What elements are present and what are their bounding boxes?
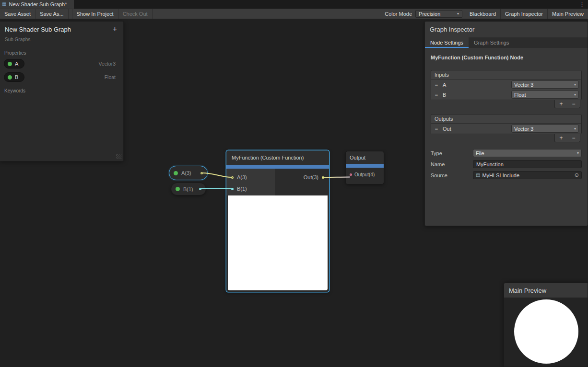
save-as-button[interactable]: Save As... xyxy=(35,9,69,19)
drag-handle-icon[interactable]: = xyxy=(434,92,439,98)
keywords-section-label: Keywords xyxy=(0,84,123,95)
graph-inspector-toggle-button[interactable]: Graph Inspector xyxy=(500,9,547,19)
remove-input-button[interactable]: − xyxy=(567,100,580,108)
add-output-button[interactable]: + xyxy=(555,134,567,142)
property-a-output-port-icon[interactable] xyxy=(200,172,203,174)
input-row-b[interactable]: = B Float ▾ xyxy=(431,90,581,100)
property-b-output-port-icon[interactable] xyxy=(199,188,201,190)
node-title-text: MyFunction (Custom Function) xyxy=(232,155,304,161)
drag-handle-icon[interactable]: = xyxy=(434,126,439,132)
color-mode-value: Precision xyxy=(419,11,440,17)
outputs-list-header: Outputs xyxy=(431,115,581,124)
property-node-label: A(3) xyxy=(181,170,191,176)
caret-down-icon: ▾ xyxy=(574,83,576,87)
window-tab-bar: ▦ New Shader Sub Graph* ⋮ xyxy=(0,0,588,9)
inspector-body: MyFunction (Custom Function) Node Inputs… xyxy=(425,48,588,226)
window-menu-icon[interactable]: ⋮ xyxy=(576,0,588,9)
custom-function-node[interactable]: MyFunction (Custom Function) A(3) B(1) O… xyxy=(226,150,329,292)
name-field[interactable]: MyFunction xyxy=(473,160,582,168)
function-fields: Type File ▾ Name MyFunction Source ▤ xyxy=(431,149,582,179)
output-name: Out xyxy=(443,126,451,132)
output-port-row: Out(3) xyxy=(304,172,329,183)
port-output4-connector-icon[interactable] xyxy=(350,173,352,176)
property-type: Float xyxy=(105,74,116,80)
caret-down-icon: ▾ xyxy=(574,93,576,97)
property-pill-b[interactable]: B xyxy=(4,72,24,82)
input-name: A xyxy=(443,82,446,88)
input-type-dropdown[interactable]: Float ▾ xyxy=(511,91,579,99)
property-row: A Vector3 xyxy=(0,57,123,70)
main-preview-viewport[interactable] xyxy=(504,298,588,367)
property-node-label: B(1) xyxy=(183,186,193,192)
input-type-value: Float xyxy=(514,92,526,98)
color-mode-dropdown[interactable]: Precision ▾ xyxy=(415,10,462,18)
name-value: MyFunction xyxy=(476,161,504,167)
output-type-dropdown[interactable]: Vector 3 ▾ xyxy=(511,125,579,133)
port-out-connector-icon[interactable] xyxy=(322,176,324,179)
input-name: B xyxy=(443,92,446,98)
output-row-out[interactable]: = Out Vector 3 ▾ xyxy=(431,124,581,134)
caret-down-icon: ▾ xyxy=(577,151,579,155)
resize-grip[interactable] xyxy=(116,154,121,159)
output-node[interactable]: Output Output(4) xyxy=(345,151,384,184)
type-dropdown[interactable]: File ▾ xyxy=(473,149,582,157)
node-color-band xyxy=(226,165,329,169)
input-port-row: B(1) xyxy=(226,183,275,195)
graph-inspector-panel: Graph Inspector Node Settings Graph Sett… xyxy=(424,21,588,226)
property-pill-a[interactable]: A xyxy=(4,59,24,69)
property-node-a[interactable]: A(3) xyxy=(169,166,208,180)
node-title: Output xyxy=(346,151,384,164)
output-port-row: Output(4) xyxy=(346,169,384,180)
main-preview-panel: Main Preview xyxy=(504,283,588,367)
inspector-node-heading: MyFunction (Custom Function) Node xyxy=(431,55,582,60)
property-node-b[interactable]: B(1) xyxy=(171,183,206,195)
port-a-connector-icon[interactable] xyxy=(231,176,234,179)
asset-tab[interactable]: ▦ New Shader Sub Graph* xyxy=(0,0,74,9)
main-preview-toggle-button[interactable]: Main Preview xyxy=(547,9,588,19)
main-preview-title[interactable]: Main Preview xyxy=(504,283,588,298)
save-asset-button[interactable]: Save Asset xyxy=(0,9,35,19)
blackboard-panel: New Shader Sub Graph Sub Graphs + Proper… xyxy=(0,21,124,161)
name-label: Name xyxy=(431,161,473,167)
property-name: B xyxy=(15,74,18,80)
blackboard-toggle-button[interactable]: Blackboard xyxy=(465,9,500,19)
remove-output-button[interactable]: − xyxy=(567,134,580,142)
port-out-label: Out(3) xyxy=(304,174,318,180)
preview-sphere xyxy=(514,299,578,364)
outputs-list-footer: + − xyxy=(431,134,580,142)
source-object-field[interactable]: ▤ MyHLSLInclude ⊙ xyxy=(473,171,582,179)
blackboard-header[interactable]: New Shader Sub Graph Sub Graphs + xyxy=(0,22,123,46)
type-value: File xyxy=(476,150,484,156)
property-type: Vector3 xyxy=(98,61,116,67)
blackboard-subtitle: Sub Graphs xyxy=(5,37,118,42)
node-title-text: Output xyxy=(350,155,365,161)
toolbar: Save Asset Save As... Show In Project Ch… xyxy=(0,9,588,19)
drag-handle-icon[interactable]: = xyxy=(434,82,439,88)
input-row-a[interactable]: = A Vector 3 ▾ xyxy=(431,80,581,90)
outputs-list: Outputs = Out Vector 3 ▾ xyxy=(431,114,582,134)
port-b-label: B(1) xyxy=(237,186,247,192)
source-label: Source xyxy=(431,172,473,178)
exposed-property-dot-icon xyxy=(174,171,178,175)
node-title: MyFunction (Custom Function) xyxy=(226,150,329,165)
output-type-value: Vector 3 xyxy=(514,126,533,132)
add-input-button[interactable]: + xyxy=(555,100,567,108)
graph-inspector-title[interactable]: Graph Inspector xyxy=(425,22,588,37)
add-property-button[interactable]: + xyxy=(113,25,117,34)
blackboard-title: New Shader Sub Graph xyxy=(5,26,118,33)
port-b-connector-icon[interactable] xyxy=(231,188,234,190)
inputs-list-header: Inputs xyxy=(431,70,581,80)
exposed-dot-icon xyxy=(8,75,12,80)
shader-graph-window: ▦ New Shader Sub Graph* ⋮ Save Asset Sav… xyxy=(0,0,588,367)
color-mode-label: Color Mode xyxy=(381,9,415,19)
port-output4-label: Output(4) xyxy=(354,172,375,177)
show-in-project-button[interactable]: Show In Project xyxy=(72,9,118,19)
input-type-dropdown[interactable]: Vector 3 ▾ xyxy=(511,80,579,89)
tab-node-settings[interactable]: Node Settings xyxy=(425,37,469,48)
tab-title: New Shader Sub Graph* xyxy=(9,1,67,7)
tab-graph-settings[interactable]: Graph Settings xyxy=(469,37,514,48)
object-picker-icon[interactable]: ⊙ xyxy=(575,172,579,178)
node-preview-image xyxy=(228,195,328,290)
port-a-label: A(3) xyxy=(237,174,247,180)
inspector-tabs: Node Settings Graph Settings xyxy=(425,37,588,48)
